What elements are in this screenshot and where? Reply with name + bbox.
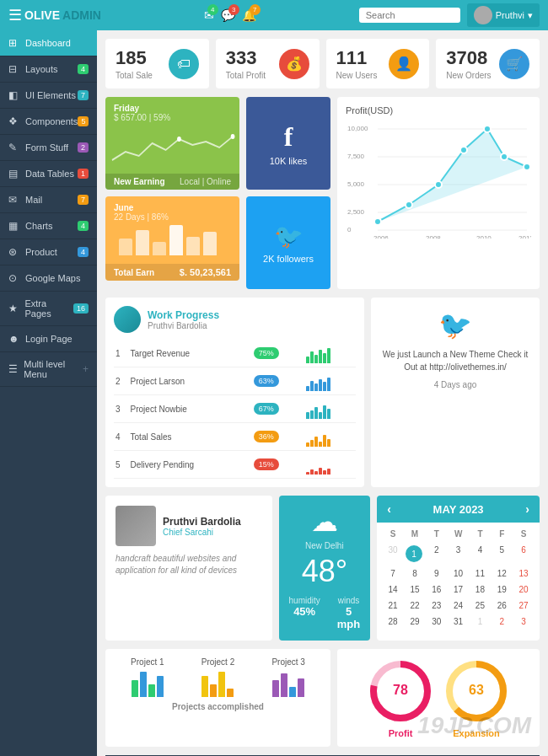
sidebar-label-mail: Mail — [25, 195, 42, 205]
user-menu-button[interactable]: Pruthvi ▾ — [467, 3, 540, 27]
earning-footer-label: New Earning — [114, 177, 165, 186]
maps-icon: ⊙ — [8, 272, 20, 284]
cal-day[interactable]: 12 — [491, 566, 513, 582]
cal-days: 30 1 2 3 4 5 6 7 8 9 10 11 12 1 — [382, 542, 535, 630]
cal-day[interactable]: 2 — [491, 614, 513, 630]
cal-day[interactable]: 22 — [404, 598, 426, 614]
cal-day[interactable]: 23 — [426, 598, 448, 614]
svg-text:10,000: 10,000 — [347, 125, 368, 132]
project-1-label: Project 1 — [114, 657, 181, 667]
sidebar-item-dashboard[interactable]: ⊞ Dashboard — [0, 30, 97, 56]
cal-day[interactable]: 30 — [382, 542, 404, 566]
svg-point-1 — [231, 134, 235, 139]
sidebar-label-charts: Charts — [25, 221, 52, 231]
cal-day[interactable]: 18 — [470, 582, 492, 598]
sidebar-item-product[interactable]: ⊛ Product 4 — [0, 239, 97, 265]
sidebar-label-login: Login Page — [25, 334, 73, 344]
cal-day[interactable]: 16 — [426, 582, 448, 598]
cal-day[interactable]: 15 — [404, 582, 426, 598]
form-badge: 2 — [78, 142, 89, 153]
cal-day[interactable]: 24 — [448, 598, 470, 614]
progress-row-1: 1 Target Revenue 75% — [114, 340, 356, 367]
progress-header: Work Progress Pruthvi Bardolia — [114, 306, 356, 333]
facebook-label: 10K likes — [270, 156, 308, 166]
sidebar-label-layouts: Layouts — [25, 64, 58, 74]
profile-desc: handcraft beautiful websites and applica… — [116, 553, 262, 576]
search-input[interactable] — [359, 8, 460, 23]
sidebar-item-form[interactable]: ✎ Form Stuff 2 — [0, 135, 97, 161]
cal-day[interactable]: 21 — [382, 598, 404, 614]
cal-day[interactable]: 1 — [470, 614, 492, 630]
work-progress-person: Pruthvi Bardolia — [148, 321, 219, 330]
cal-day[interactable]: 26 — [491, 598, 513, 614]
cal-day[interactable]: 2 — [426, 542, 448, 566]
sidebar-item-extra[interactable]: ★ Extra Pages 16 — [0, 292, 97, 326]
sidebar-item-multilevel[interactable]: ☰ Multi level Menu + — [0, 352, 97, 387]
cal-prev[interactable]: ‹ — [384, 502, 395, 516]
svg-point-17 — [501, 153, 508, 160]
sidebar-item-ui[interactable]: ◧ UI Elements 7 — [0, 83, 97, 109]
sidebar-item-layouts[interactable]: ⊟ Layouts 4 — [0, 56, 97, 83]
sidebar-item-mail[interactable]: ✉ Mail 7 — [0, 187, 97, 213]
cal-day[interactable]: 30 — [426, 614, 448, 630]
winds-label: winds — [337, 596, 360, 605]
twitter-card-social: 🐦 2K followers — [246, 196, 330, 289]
cal-day-today[interactable]: 1 — [404, 542, 426, 566]
orders-icon: 🛒 — [499, 49, 529, 79]
svg-point-18 — [524, 164, 530, 170]
progress-row-2: 2 Project Larson 63% — [114, 367, 356, 395]
projects-card: Project 1 Project 2 — [105, 649, 330, 747]
svg-point-16 — [484, 126, 491, 132]
nav-bell-icon[interactable]: 🔔 7 — [242, 8, 256, 22]
product-icon: ⊛ — [8, 246, 20, 258]
cal-day[interactable]: 20 — [513, 582, 535, 598]
cal-next[interactable]: › — [522, 502, 533, 516]
svg-text:2,500: 2,500 — [347, 208, 365, 216]
cal-day[interactable]: 11 — [470, 566, 492, 582]
cal-day-headers: S M T W T F S — [382, 528, 535, 540]
sidebar-label-components: Components — [25, 116, 78, 126]
sidebar-item-maps[interactable]: ⊙ Google Maps — [0, 265, 97, 292]
cal-day[interactable]: 13 — [513, 566, 535, 582]
cal-day[interactable]: 3 — [448, 542, 470, 566]
cal-day[interactable]: 27 — [513, 598, 535, 614]
main-content: 185 Total Sale 🏷 333 Total Profit 💰 111 … — [97, 30, 548, 756]
cal-day[interactable]: 28 — [382, 614, 404, 630]
cal-day[interactable]: 7 — [382, 566, 404, 582]
cal-day[interactable]: 10 — [448, 566, 470, 582]
cal-day[interactable]: 29 — [404, 614, 426, 630]
twitter-promo-text: We just Launch a New Theme Check it Out … — [381, 348, 529, 373]
cal-day[interactable]: 4 — [470, 542, 492, 566]
cal-day[interactable]: 3 — [513, 614, 535, 630]
mail-badge-sidebar: 7 — [78, 195, 89, 205]
components-badge: 5 — [78, 116, 89, 126]
profit-icon: 💰 — [279, 49, 309, 79]
nav-mail-icon[interactable]: ✉ 4 — [204, 8, 214, 22]
sidebar-item-login[interactable]: ☻ Login Page — [0, 326, 97, 352]
cal-day[interactable]: 5 — [491, 542, 513, 566]
cal-day[interactable]: 9 — [426, 566, 448, 582]
nav-chat-icon[interactable]: 💬 3 — [221, 8, 235, 22]
calendar-title: MAY 2023 — [433, 503, 484, 516]
sidebar-item-tables[interactable]: ▤ Data Tables 1 — [0, 161, 97, 187]
cal-day[interactable]: 19 — [491, 582, 513, 598]
project-3: Project 3 — [255, 657, 322, 697]
calendar-card: ‹ MAY 2023 › S M T W T F S — [377, 496, 540, 641]
weather-card: ☁ New Delhi 48° humidity 45% winds 5 mph — [279, 496, 371, 641]
top-nav-right: Pruthvi ▾ — [359, 3, 540, 27]
sidebar: ⊞ Dashboard ⊟ Layouts 4 ◧ UI Elements 7 … — [0, 30, 97, 756]
projects-footer: Projects accomplished — [114, 702, 322, 711]
cal-day[interactable]: 17 — [448, 582, 470, 598]
humidity-label: humidity — [289, 596, 320, 605]
nav-icons: ✉ 4 💬 3 🔔 7 — [204, 8, 256, 22]
cal-day[interactable]: 8 — [404, 566, 426, 582]
cal-day[interactable]: 14 — [382, 582, 404, 598]
cal-day[interactable]: 25 — [470, 598, 492, 614]
sidebar-item-components[interactable]: ❖ Components 5 — [0, 109, 97, 135]
twitter-promo-icon: 🐦 — [438, 309, 472, 341]
cal-day[interactable]: 6 — [513, 542, 535, 566]
cal-day[interactable]: 31 — [448, 614, 470, 630]
work-progress-card: Work Progress Pruthvi Bardolia 1 Target … — [105, 298, 364, 487]
stat-label-profit: Total Profit — [226, 71, 266, 80]
sidebar-item-charts[interactable]: ▦ Charts 4 — [0, 213, 97, 239]
